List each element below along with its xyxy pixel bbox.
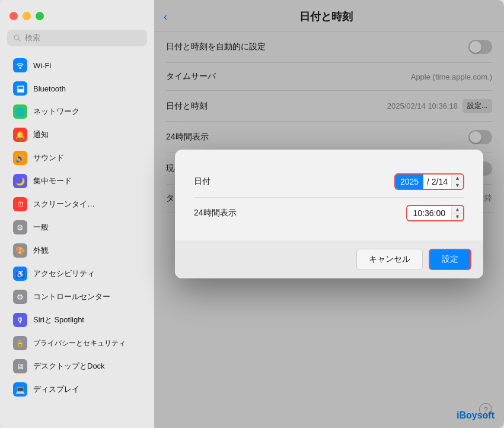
- sidebar-label-appear: 外観: [33, 245, 49, 256]
- sidebar-label-wifi: Wi-Fi: [33, 61, 51, 70]
- sidebar-item-general[interactable]: ⚙ 一般: [4, 216, 151, 239]
- time-value-field[interactable]: 10:36:00: [407, 206, 452, 220]
- modal-date-row: 日付 2025 / 2/14 ▲ ▼: [194, 166, 464, 198]
- main-window: 検索 Wi-Fi ⬓ Bluetooth: [0, 0, 504, 428]
- confirm-button[interactable]: 設定: [429, 249, 471, 270]
- maximize-button[interactable]: [36, 12, 44, 20]
- sidebar-label-screen: スクリーンタイ…: [33, 199, 95, 210]
- sidebar-label-desktop: デスクトップとDock: [33, 361, 105, 372]
- sidebar-label-bluetooth: Bluetooth: [33, 84, 66, 93]
- main-content: ‹ 日付と時刻 日付と時刻を自動的に設定 タイムサーバ Apple (time.…: [154, 0, 504, 428]
- sidebar-label-control: コントロールセンター: [33, 291, 110, 302]
- sidebar-label-display: ディスプレイ: [33, 384, 79, 395]
- datetime-modal: 日付 2025 / 2/14 ▲ ▼ 24時間表示: [175, 150, 483, 278]
- sidebar-item-control[interactable]: ⚙ コントロールセンター: [4, 286, 151, 308]
- appear-icon: 🎨: [13, 243, 27, 258]
- modal-date-label: 日付: [194, 176, 210, 187]
- sidebar-label-network: ネットワーク: [33, 106, 79, 117]
- search-icon: [13, 34, 21, 42]
- general-icon: ⚙: [13, 220, 27, 234]
- sidebar-label-privacy: プライバシーとセキュリティ: [33, 338, 126, 348]
- wifi-icon: [13, 58, 27, 72]
- date-year-field[interactable]: 2025: [395, 175, 423, 189]
- access-icon: ♿: [13, 267, 27, 281]
- sidebar-items-list: Wi-Fi ⬓ Bluetooth 🌐 ネットワーク 🔔: [0, 53, 154, 428]
- date-input-group[interactable]: 2025 / 2/14 ▲ ▼: [394, 173, 464, 190]
- sidebar-item-network[interactable]: 🌐 ネットワーク: [4, 100, 151, 123]
- sidebar-item-bluetooth[interactable]: ⬓ Bluetooth: [4, 77, 151, 100]
- search-placeholder: 検索: [25, 33, 40, 43]
- sidebar-label-siri: Siriと Spotlight: [33, 315, 84, 325]
- sidebar-item-access[interactable]: ♿ アクセシビリティ: [4, 262, 151, 285]
- sidebar-item-desktop[interactable]: 🖥 デスクトップとDock: [4, 355, 151, 378]
- network-icon: 🌐: [13, 104, 27, 119]
- modal-overlay: 日付 2025 / 2/14 ▲ ▼ 24時間表示: [154, 0, 504, 428]
- time-input-group[interactable]: 10:36:00 ▲ ▼: [406, 205, 464, 221]
- sidebar-label-access: アクセシビリティ: [33, 268, 95, 279]
- close-button[interactable]: [9, 12, 18, 20]
- modal-footer: キャンセル 設定: [175, 240, 483, 278]
- sidebar-item-notify[interactable]: 🔔 通知: [4, 123, 151, 146]
- date-rest-field[interactable]: / 2/14: [423, 175, 451, 189]
- svg-line-1: [18, 39, 20, 41]
- privacy-icon: 🔒: [13, 336, 27, 350]
- date-down-button[interactable]: ▼: [452, 182, 463, 189]
- bluetooth-icon: ⬓: [13, 81, 27, 96]
- sidebar-item-focus[interactable]: 🌙 集中モード: [4, 170, 151, 192]
- time-up-button[interactable]: ▲: [452, 207, 463, 214]
- sidebar-label-notify: 通知: [33, 129, 49, 140]
- cancel-button[interactable]: キャンセル: [356, 249, 423, 270]
- control-icon: ⚙: [13, 290, 27, 304]
- sidebar-item-screen[interactable]: ⏱ スクリーンタイ…: [4, 193, 151, 215]
- sidebar-item-privacy[interactable]: 🔒 プライバシーとセキュリティ: [4, 332, 151, 354]
- minimize-button[interactable]: [23, 12, 31, 20]
- time-stepper[interactable]: ▲ ▼: [451, 207, 463, 220]
- sidebar-item-appear[interactable]: 🎨 外観: [4, 239, 151, 262]
- sidebar-item-wifi[interactable]: Wi-Fi: [4, 54, 151, 77]
- search-box[interactable]: 検索: [7, 30, 147, 46]
- sidebar: 検索 Wi-Fi ⬓ Bluetooth: [0, 0, 154, 428]
- modal-time-label: 24時間表示: [194, 208, 237, 218]
- siri-icon: 🎙: [13, 313, 27, 327]
- date-up-button[interactable]: ▲: [452, 175, 463, 182]
- sidebar-item-siri[interactable]: 🎙 Siriと Spotlight: [4, 309, 151, 331]
- focus-icon: 🌙: [13, 174, 27, 188]
- sidebar-label-sound: サウンド: [33, 153, 64, 163]
- sidebar-label-general: 一般: [33, 222, 49, 233]
- notify-icon: 🔔: [13, 128, 27, 142]
- time-down-button[interactable]: ▼: [452, 214, 463, 220]
- desktop-icon: 🖥: [13, 359, 27, 373]
- sidebar-label-focus: 集中モード: [33, 176, 72, 186]
- sound-icon: 🔊: [13, 151, 27, 165]
- sidebar-item-display[interactable]: 💻 ディスプレイ: [4, 378, 151, 401]
- display-icon: 💻: [13, 382, 27, 397]
- date-stepper[interactable]: ▲ ▼: [451, 175, 463, 189]
- sidebar-item-sound[interactable]: 🔊 サウンド: [4, 147, 151, 169]
- traffic-lights: [0, 7, 154, 27]
- modal-time-row: 24時間表示 10:36:00 ▲ ▼: [194, 198, 464, 229]
- modal-body: 日付 2025 / 2/14 ▲ ▼ 24時間表示: [175, 150, 483, 240]
- screen-icon: ⏱: [13, 197, 27, 211]
